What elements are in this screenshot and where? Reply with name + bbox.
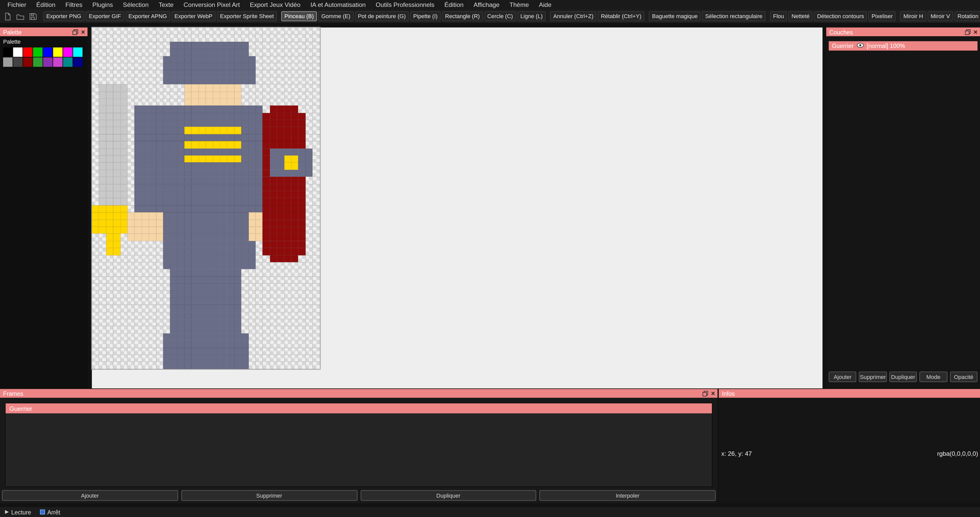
- pixel-cell[interactable]: [127, 49, 135, 56]
- pixel-cell[interactable]: [177, 198, 185, 205]
- pixel-cell[interactable]: [156, 177, 163, 184]
- pixel-cell[interactable]: [142, 113, 149, 120]
- pixel-cell[interactable]: [256, 212, 263, 219]
- pixel-cell[interactable]: [149, 347, 156, 355]
- pixel-cell[interactable]: [263, 255, 270, 262]
- pixel-cell[interactable]: [127, 120, 135, 127]
- pixel-cell[interactable]: [206, 305, 213, 312]
- pixel-cell[interactable]: [263, 106, 270, 113]
- pixel-cell[interactable]: [234, 276, 241, 284]
- pixel-cell[interactable]: [305, 92, 313, 99]
- pixel-cell[interactable]: [170, 291, 177, 298]
- pixel-cell[interactable]: [256, 227, 263, 234]
- pixel-cell[interactable]: [185, 35, 191, 42]
- pixel-cell[interactable]: [127, 234, 135, 241]
- pixel-cell[interactable]: [127, 27, 135, 35]
- pixel-cell[interactable]: [248, 305, 256, 312]
- pixel-cell[interactable]: [227, 241, 234, 248]
- pixel-cell[interactable]: [135, 56, 142, 63]
- pixel-cell[interactable]: [135, 191, 142, 198]
- pixel-cell[interactable]: [185, 276, 191, 284]
- pixel-cell[interactable]: [298, 98, 305, 106]
- pixel-cell[interactable]: [213, 262, 220, 269]
- pixel-cell[interactable]: [241, 170, 248, 177]
- pixel-cell[interactable]: [256, 291, 263, 298]
- pixel-cell[interactable]: [127, 35, 135, 42]
- pixel-cell[interactable]: [185, 219, 191, 227]
- pixel-cell[interactable]: [248, 27, 256, 35]
- pixel-cell[interactable]: [156, 77, 163, 84]
- pixel-cell[interactable]: [185, 284, 191, 291]
- pixel-cell[interactable]: [113, 241, 120, 248]
- pixel-cell[interactable]: [270, 262, 277, 269]
- pixel-cell[interactable]: [156, 70, 163, 77]
- pixel-cell[interactable]: [149, 35, 156, 42]
- pixel-cell[interactable]: [163, 98, 170, 106]
- pixel-cell[interactable]: [149, 284, 156, 291]
- pixel-cell[interactable]: [149, 191, 156, 198]
- pixel-cell[interactable]: [156, 219, 163, 227]
- pixel-cell[interactable]: [241, 56, 248, 63]
- pixel-cell[interactable]: [284, 333, 291, 340]
- pixel-cell[interactable]: [99, 298, 106, 305]
- pixel-cell[interactable]: [206, 284, 213, 291]
- pixel-cell[interactable]: [234, 63, 241, 70]
- pixel-cell[interactable]: [220, 92, 227, 99]
- pixel-cell[interactable]: [305, 191, 313, 198]
- pixel-cell[interactable]: [142, 340, 149, 347]
- pixel-cell[interactable]: [106, 269, 113, 276]
- pixel-cell[interactable]: [135, 362, 142, 369]
- pixel-cell[interactable]: [206, 170, 213, 177]
- pixel-cell[interactable]: [227, 312, 234, 319]
- pixel-cell[interactable]: [142, 141, 149, 149]
- pixel-cell[interactable]: [99, 134, 106, 141]
- pixel-cell[interactable]: [291, 120, 298, 127]
- pixel-cell[interactable]: [156, 163, 163, 170]
- pixel-cell[interactable]: [213, 120, 220, 127]
- pixel-cell[interactable]: [263, 170, 270, 177]
- pixel-cell[interactable]: [127, 141, 135, 149]
- pixel-cell[interactable]: [206, 27, 213, 35]
- pixel-cell[interactable]: [127, 84, 135, 92]
- pixel-cell[interactable]: [191, 35, 199, 42]
- pixel-cell[interactable]: [199, 41, 206, 49]
- pixel-cell[interactable]: [220, 241, 227, 248]
- pixel-cell[interactable]: [313, 234, 320, 241]
- pixel-cell[interactable]: [248, 291, 256, 298]
- pixel-cell[interactable]: [170, 212, 177, 219]
- pixel-cell[interactable]: [313, 155, 320, 163]
- pixel-cell[interactable]: [284, 212, 291, 219]
- pixel-cell[interactable]: [313, 305, 320, 312]
- pixel-cell[interactable]: [220, 148, 227, 155]
- palette-swatch-1-7[interactable]: [73, 57, 83, 67]
- pixel-cell[interactable]: [256, 362, 263, 369]
- pixel-cell[interactable]: [135, 248, 142, 255]
- pixel-cell[interactable]: [177, 27, 185, 35]
- pixel-cell[interactable]: [191, 326, 199, 333]
- pixel-cell[interactable]: [206, 269, 213, 276]
- pixel-cell[interactable]: [177, 227, 185, 234]
- pixel-cell[interactable]: [199, 27, 206, 35]
- pixel-cell[interactable]: [263, 298, 270, 305]
- pixel-cell[interactable]: [248, 170, 256, 177]
- pixel-cell[interactable]: [313, 298, 320, 305]
- palette-swatch-0-1[interactable]: [13, 48, 22, 57]
- pixel-cell[interactable]: [305, 255, 313, 262]
- pixel-cell[interactable]: [220, 227, 227, 234]
- pixel-cell[interactable]: [270, 284, 277, 291]
- pixel-cell[interactable]: [142, 291, 149, 298]
- pixel-cell[interactable]: [127, 70, 135, 77]
- pixel-cell[interactable]: [149, 70, 156, 77]
- pixel-cell[interactable]: [248, 284, 256, 291]
- pixel-cell[interactable]: [142, 84, 149, 92]
- pixel-cell[interactable]: [298, 184, 305, 191]
- pixel-cell[interactable]: [199, 49, 206, 56]
- pixel-cell[interactable]: [177, 355, 185, 362]
- pixel-cell[interactable]: [291, 205, 298, 212]
- pixel-cell[interactable]: [313, 127, 320, 134]
- pixel-cell[interactable]: [263, 312, 270, 319]
- pixel-cell[interactable]: [263, 77, 270, 84]
- pixel-cell[interactable]: [248, 248, 256, 255]
- pixel-cell[interactable]: [248, 276, 256, 284]
- pixel-cell[interactable]: [127, 170, 135, 177]
